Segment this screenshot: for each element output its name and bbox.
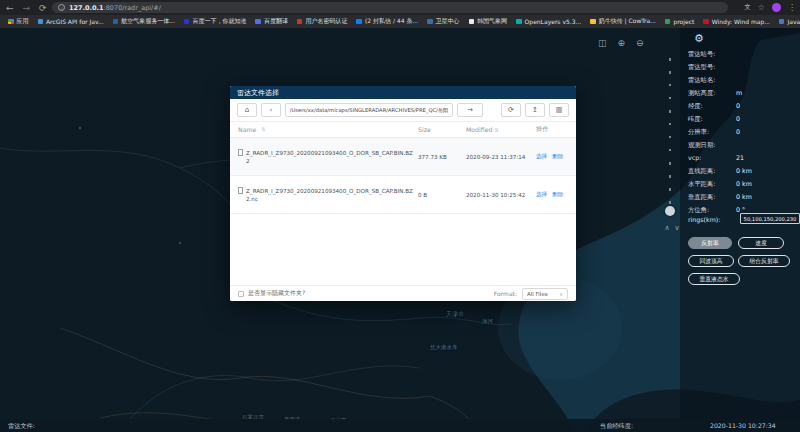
field-radar-model: 雷达型号: bbox=[688, 63, 796, 75]
browser-reload-icon[interactable]: ⟳ bbox=[39, 3, 47, 13]
dialog-header[interactable]: 雷达文件选择 bbox=[230, 86, 576, 99]
slider-down-icon[interactable]: ∨ bbox=[675, 224, 680, 232]
bookmark-item[interactable]: 百度翻译 bbox=[255, 17, 288, 26]
browser-forward-icon[interactable]: → bbox=[23, 3, 31, 13]
bookmark-item[interactable]: 用户名密码认证 bbox=[297, 17, 348, 26]
bookmark-item[interactable]: 奶牛快传 | CowTra... bbox=[590, 17, 656, 26]
velocity-button[interactable]: 速度 bbox=[738, 237, 784, 249]
slider-handle[interactable] bbox=[665, 206, 675, 216]
current-coords-label: 当前经纬度: bbox=[600, 422, 633, 431]
rings-field: rings(km): 50,100,150,200,230 bbox=[688, 216, 798, 223]
upload-icon: ↥ bbox=[532, 106, 538, 114]
file-size: 0 B bbox=[418, 192, 466, 198]
split-view-icon[interactable]: ◫ bbox=[598, 38, 607, 48]
delete-link[interactable]: 删除 bbox=[552, 191, 563, 199]
bookmark-item[interactable]: Java bbox=[779, 18, 800, 25]
slider-up-icon[interactable]: ∧ bbox=[664, 224, 669, 232]
radar-file-dialog: 雷达文件选择 ⌂ ‹ /Users/xx/data/micaps/SINGLER… bbox=[230, 86, 576, 301]
file-modified: 2020-09-23 11:37:14 bbox=[466, 154, 536, 160]
table-header: Name⇅ Size Modified⇅ 操作 bbox=[230, 122, 576, 138]
echo-top-button[interactable]: 回波顶高 bbox=[688, 255, 734, 267]
favicon bbox=[356, 19, 362, 25]
map-label: 海河 bbox=[482, 318, 493, 325]
bookmark-item[interactable]: 航空气象服务一体... bbox=[113, 17, 175, 26]
file-name: Z_RADR_I_Z9730_20200921093400_O_DOR_SB_C… bbox=[246, 149, 414, 165]
view-toggle-icon: ▥ bbox=[556, 106, 563, 114]
bookmark-label: 百度一下，你就知道 bbox=[192, 17, 246, 26]
bookmark-item-apps[interactable]: 应用 bbox=[8, 17, 29, 26]
format-select[interactable]: All Files ∨ bbox=[522, 288, 568, 300]
bookmark-item[interactable]: project bbox=[665, 18, 694, 25]
field-horizontal-distance: 水平距离:0 km bbox=[688, 180, 796, 192]
site-info-icon[interactable]: i bbox=[58, 4, 65, 11]
table-row[interactable]: Z_RADR_I_Z9730_20200921093400_O_DOR_SB_C… bbox=[230, 176, 576, 214]
field-latitude: 纬度:0 bbox=[688, 115, 796, 127]
back-button[interactable]: ‹ bbox=[261, 103, 281, 117]
bookmark-item[interactable]: OpenLayers v5.3... bbox=[516, 18, 581, 25]
bookmark-item[interactable]: 韩国气象网 bbox=[469, 17, 508, 26]
reflectivity-button[interactable]: 反射率 bbox=[688, 237, 732, 249]
bookmark-label: project bbox=[673, 18, 694, 25]
bookmark-item[interactable]: (2 封私信 / 44 条... bbox=[356, 17, 418, 26]
bookmark-label: Windy: Wind map... bbox=[712, 18, 770, 25]
format-label: Format: bbox=[494, 290, 517, 297]
bookmark-star-icon[interactable]: ☆ bbox=[758, 3, 765, 12]
rings-input[interactable]: 50,100,150,200,230 bbox=[740, 213, 800, 224]
view-toggle-button[interactable]: ▥ bbox=[549, 103, 569, 117]
status-timestamp: 2020-11-30 10:27:34 bbox=[710, 422, 776, 429]
col-size[interactable]: Size bbox=[418, 126, 466, 133]
sort-icon[interactable]: ⇅ bbox=[494, 127, 498, 133]
sort-icon[interactable]: ⇅ bbox=[261, 126, 265, 132]
favicon bbox=[427, 19, 433, 25]
refresh-icon: ⟳ bbox=[508, 106, 514, 114]
zoom-out-icon[interactable]: ⊖ bbox=[636, 38, 644, 48]
col-operations: 操作 bbox=[536, 125, 576, 134]
bookmark-label: ArcGIS API for Jav... bbox=[46, 18, 104, 25]
select-link[interactable]: 选择 bbox=[536, 153, 547, 161]
show-hidden-checkbox[interactable] bbox=[238, 291, 244, 297]
zoom-in-icon[interactable]: ⊕ bbox=[618, 38, 626, 48]
slider-track bbox=[669, 58, 671, 208]
upload-button[interactable]: ↥ bbox=[525, 103, 545, 117]
select-link[interactable]: 选择 bbox=[536, 191, 547, 199]
radar-info-panel: ⚙ 雷达站号: 雷达型号: 雷达站名: 测站高度:m 经度:0 纬度:0 分辨率… bbox=[680, 28, 800, 432]
favicon bbox=[779, 19, 785, 25]
file-size: 377.73 KB bbox=[418, 154, 466, 160]
table-row[interactable]: Z_RADR_I_Z9730_20200921093400_O_DOR_SB_C… bbox=[230, 138, 576, 176]
format-value: All Files bbox=[527, 291, 548, 297]
bookmark-label: (2 封私信 / 44 条... bbox=[365, 17, 418, 26]
apps-grid-icon bbox=[8, 19, 14, 25]
path-input[interactable]: /Users/xx/data/micaps/SINGLERADAR/ARCHIV… bbox=[285, 103, 453, 117]
bookmark-item[interactable]: 百度一下，你就知道 bbox=[184, 17, 247, 26]
elevation-slider[interactable]: ∧ ∨ bbox=[661, 56, 679, 236]
vil-button[interactable]: 垂直液态水 bbox=[688, 273, 740, 285]
composite-reflectivity-button[interactable]: 组合反射率 bbox=[738, 255, 790, 267]
favicon bbox=[590, 19, 596, 25]
bookmark-label: 奶牛快传 | CowTra... bbox=[599, 17, 656, 26]
show-hidden-label: 是否显示隐藏文件夹? bbox=[248, 289, 305, 298]
col-modified[interactable]: Modified⇅ bbox=[466, 126, 536, 133]
field-vcp: vcp:21 bbox=[688, 154, 796, 166]
file-icon bbox=[238, 187, 243, 194]
translate-icon[interactable]: 文 bbox=[744, 3, 751, 12]
go-button[interactable]: → bbox=[457, 103, 483, 117]
browser-menu-icon[interactable]: ⋮ bbox=[788, 3, 796, 12]
browser-back-icon[interactable]: ← bbox=[6, 3, 14, 13]
map-label: 天津市 bbox=[446, 310, 464, 319]
delete-link[interactable]: 删除 bbox=[552, 153, 563, 161]
url-text: 127.0.0.1:8070/radr_api/#/ bbox=[69, 4, 161, 12]
profile-avatar[interactable] bbox=[772, 3, 781, 12]
file-browser-toolbar: ⌂ ‹ /Users/xx/data/micaps/SINGLERADAR/AR… bbox=[230, 99, 576, 122]
bookmark-label: 应用 bbox=[17, 17, 29, 26]
favicon bbox=[665, 19, 671, 25]
refresh-button[interactable]: ⟳ bbox=[501, 103, 521, 117]
file-modified: 2020-11-30 10:25:42 bbox=[466, 192, 536, 198]
bookmark-item[interactable]: Windy: Wind map... bbox=[703, 18, 770, 25]
gear-icon[interactable]: ⚙ bbox=[694, 32, 704, 45]
home-button[interactable]: ⌂ bbox=[237, 103, 257, 117]
bookmark-item[interactable]: ArcGIS API for Jav... bbox=[38, 18, 104, 25]
field-obs-date: 观测日期: bbox=[688, 141, 796, 153]
col-name[interactable]: Name⇅ bbox=[230, 126, 418, 133]
bookmark-item[interactable]: 卫星中心 bbox=[427, 17, 460, 26]
address-bar[interactable]: i 127.0.0.1:8070/radr_api/#/ bbox=[52, 2, 728, 13]
